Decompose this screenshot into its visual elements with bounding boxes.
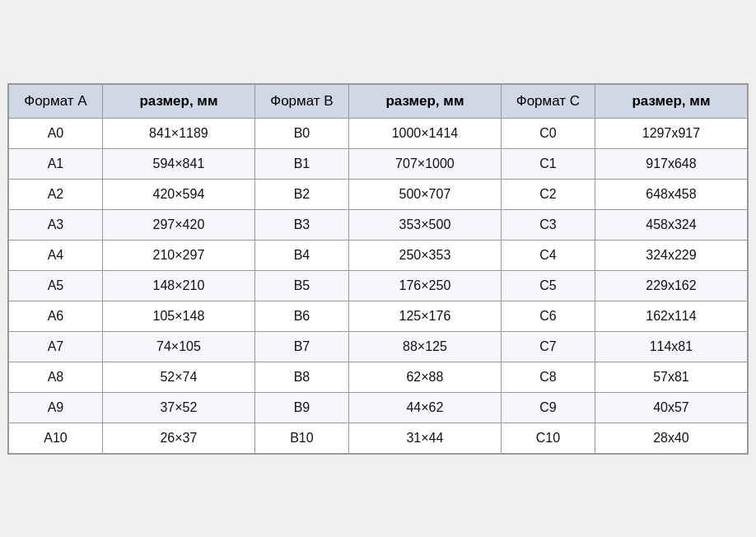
format-c-cell: C7 — [501, 331, 595, 362]
size-c-cell: 162x114 — [595, 301, 747, 331]
format-c-cell: C5 — [501, 270, 595, 301]
format-b-cell: В0 — [254, 118, 348, 148]
size-c-cell: 114x81 — [595, 331, 747, 362]
size-a-cell: 105×148 — [102, 301, 254, 331]
size-a-cell: 594×841 — [102, 148, 254, 179]
format-c-cell: C10 — [501, 423, 595, 453]
size-c-cell: 917x648 — [595, 148, 747, 179]
size-a-cell: 210×297 — [102, 240, 254, 270]
format-a-cell: А0 — [9, 118, 103, 148]
size-a-cell: 148×210 — [102, 270, 254, 301]
format-b-cell: В5 — [254, 270, 348, 301]
format-a-cell: А6 — [9, 301, 103, 331]
format-b-header: Формат В — [254, 84, 348, 118]
size-a-cell: 420×594 — [102, 179, 254, 209]
size-c-header: размер, мм — [595, 84, 747, 118]
format-b-cell: В3 — [254, 209, 348, 240]
size-c-cell: 40x57 — [595, 392, 747, 423]
format-a-cell: А4 — [9, 240, 103, 270]
format-c-cell: C0 — [501, 118, 595, 148]
format-c-cell: C3 — [501, 209, 595, 240]
size-b-cell: 44×62 — [348, 392, 501, 423]
size-a-cell: 841×1189 — [102, 118, 254, 148]
table-row: А4210×297В4250×353C4324x229 — [9, 240, 748, 270]
size-b-header: размер, мм — [348, 84, 501, 118]
size-c-cell: 324x229 — [595, 240, 747, 270]
table-row: А6105×148В6125×176C6162x114 — [9, 301, 748, 331]
size-a-header: размер, мм — [102, 84, 254, 118]
size-a-cell: 52×74 — [102, 362, 254, 392]
size-b-cell: 500×707 — [348, 179, 501, 209]
format-c-cell: C4 — [501, 240, 595, 270]
main-table-container: Формат А размер, мм Формат В размер, мм … — [7, 83, 749, 455]
size-c-cell: 57x81 — [595, 362, 747, 392]
table-row: А774×105В788×125C7114x81 — [9, 331, 748, 362]
format-a-cell: А8 — [9, 362, 103, 392]
format-c-cell: C2 — [501, 179, 595, 209]
table-body: А0841×1189В01000×1414C01297x917А1594×841… — [9, 118, 748, 453]
table-row: А2420×594В2500×707C2648x458 — [9, 179, 748, 209]
size-b-cell: 125×176 — [348, 301, 501, 331]
size-c-cell: 648x458 — [595, 179, 747, 209]
format-b-cell: В7 — [254, 331, 348, 362]
format-c-cell: C9 — [501, 392, 595, 423]
table-row: А1026×37В1031×44C1028x40 — [9, 423, 748, 453]
format-a-cell: А10 — [9, 423, 103, 453]
format-b-cell: В8 — [254, 362, 348, 392]
format-b-cell: В9 — [254, 392, 348, 423]
size-c-cell: 1297x917 — [595, 118, 747, 148]
size-b-cell: 1000×1414 — [348, 118, 501, 148]
size-b-cell: 176×250 — [348, 270, 501, 301]
table-row: А3297×420В3353×500C3458x324 — [9, 209, 748, 240]
format-a-header: Формат А — [9, 84, 103, 118]
table-row: А937×52В944×62C940x57 — [9, 392, 748, 423]
format-a-cell: А3 — [9, 209, 103, 240]
table-row: А5148×210В5176×250C5229x162 — [9, 270, 748, 301]
size-b-cell: 31×44 — [348, 423, 501, 453]
size-b-cell: 88×125 — [348, 331, 501, 362]
size-a-cell: 297×420 — [102, 209, 254, 240]
format-c-cell: C6 — [501, 301, 595, 331]
size-c-cell: 28x40 — [595, 423, 747, 453]
format-b-cell: В2 — [254, 179, 348, 209]
table-row: А852×74В862×88C857x81 — [9, 362, 748, 392]
size-a-cell: 37×52 — [102, 392, 254, 423]
format-b-cell: В10 — [254, 423, 348, 453]
size-b-cell: 62×88 — [348, 362, 501, 392]
format-b-cell: В1 — [254, 148, 348, 179]
size-a-cell: 74×105 — [102, 331, 254, 362]
format-a-cell: А9 — [9, 392, 103, 423]
size-a-cell: 26×37 — [102, 423, 254, 453]
size-c-cell: 229x162 — [595, 270, 747, 301]
size-b-cell: 707×1000 — [348, 148, 501, 179]
table-row: А0841×1189В01000×1414C01297x917 — [9, 118, 748, 148]
format-c-cell: C8 — [501, 362, 595, 392]
format-a-cell: А7 — [9, 331, 103, 362]
size-b-cell: 353×500 — [348, 209, 501, 240]
format-a-cell: А5 — [9, 270, 103, 301]
paper-formats-table: Формат А размер, мм Формат В размер, мм … — [8, 84, 748, 454]
header-row: Формат А размер, мм Формат В размер, мм … — [9, 84, 748, 118]
format-c-header: Формат С — [501, 84, 595, 118]
format-c-cell: C1 — [501, 148, 595, 179]
format-b-cell: В4 — [254, 240, 348, 270]
size-b-cell: 250×353 — [348, 240, 501, 270]
format-a-cell: А2 — [9, 179, 103, 209]
table-row: А1594×841В1707×1000C1917x648 — [9, 148, 748, 179]
format-b-cell: В6 — [254, 301, 348, 331]
size-c-cell: 458x324 — [595, 209, 747, 240]
format-a-cell: А1 — [9, 148, 103, 179]
